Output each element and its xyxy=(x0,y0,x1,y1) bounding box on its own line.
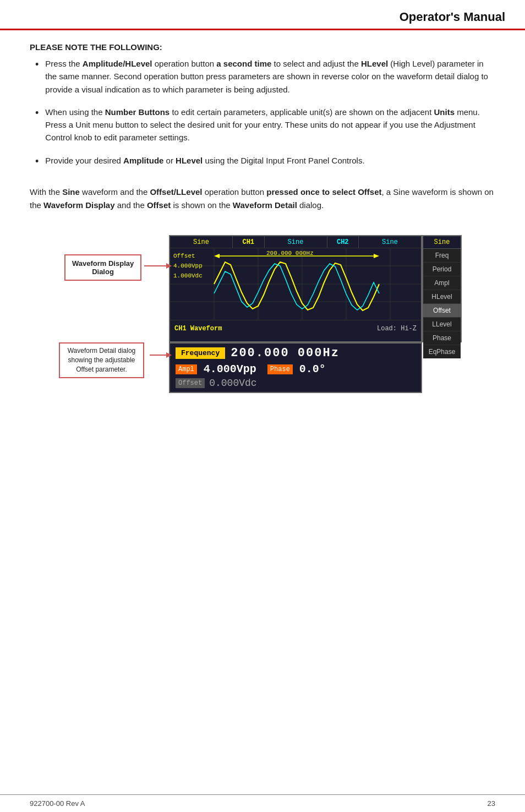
osc-bottom-bar: CH1 Waveform Load: Hi-Z xyxy=(170,320,421,336)
page-footer: 922700-00 Rev A 23 xyxy=(0,794,525,812)
bullet3-text: Provide your desired Amplitude or HLevel… xyxy=(45,154,495,167)
right-panel-header: Sine xyxy=(423,236,461,249)
footer-left: 922700-00 Rev A xyxy=(30,799,85,808)
osc-offset-overlay: Offset 4.000Vpp 1.000Vdc xyxy=(173,252,203,281)
list-item: When using the Number Buttons to edit ce… xyxy=(35,106,495,144)
osc-screen: Sine CH1 Sine CH2 Sine xyxy=(169,235,422,342)
ch2-label: CH2 xyxy=(327,236,359,248)
offset-label: Offset xyxy=(173,252,203,261)
svg-marker-13 xyxy=(214,254,220,258)
ch1-label: CH1 xyxy=(233,236,264,248)
rp-offset: Offset xyxy=(423,304,461,318)
osc-grid-svg: 200.000 000Hz xyxy=(170,248,421,320)
page-title: Operator's Manual xyxy=(400,10,505,24)
offset-label-detail: Offset xyxy=(176,378,205,388)
bullet1-text: Press the Amplitude/HLevel operation but… xyxy=(45,57,495,96)
rp-ampl: Ampl xyxy=(423,276,461,290)
rp-period: Period xyxy=(423,263,461,276)
freq-value-display: 200.000 000Hz xyxy=(231,346,340,360)
page-header: Operator's Manual xyxy=(0,0,525,30)
bullet2-text: When using the Number Buttons to edit ce… xyxy=(45,106,495,144)
phase-label: Phase xyxy=(267,364,293,374)
rp-hlevel: HLevel xyxy=(423,290,461,304)
diagram-container: Waveform DisplayDialog Waveform Detail d… xyxy=(30,224,495,395)
annot-box-bottom: Waveform Detail dialogshowing the adjust… xyxy=(59,342,144,378)
ch2-sine-label: Sine xyxy=(265,236,327,248)
footer-right: 23 xyxy=(488,799,495,808)
offset-value2: 1.000Vdc xyxy=(173,271,203,281)
bullet-list: Press the Amplitude/HLevel operation but… xyxy=(35,57,495,169)
list-item: Provide your desired Amplitude or HLevel… xyxy=(35,154,495,170)
waveform-detail-dialog: Frequency 200.000 000Hz Ampl 4.000Vpp Ph… xyxy=(169,342,422,393)
right-panel: Sine Freq Period Ampl HLevel Offset LLev… xyxy=(422,235,462,342)
list-item: Press the Amplitude/HLevel operation but… xyxy=(35,57,495,96)
waveform-display-dialog-label: Waveform DisplayDialog xyxy=(64,254,144,281)
rp-llevel: LLevel xyxy=(423,318,461,331)
load-label: Load: Hi-Z xyxy=(377,325,417,333)
ampl-value: 4.000Vpp xyxy=(204,363,256,375)
main-content: PLEASE NOTE THE FOLLOWING: Press the Amp… xyxy=(0,30,525,422)
offset-value1: 4.000Vpp xyxy=(173,261,203,271)
svg-text:200.000 000Hz: 200.000 000Hz xyxy=(266,250,314,257)
rp-freq: Freq xyxy=(423,249,461,263)
freq-btn[interactable]: Frequency xyxy=(176,347,225,359)
phase-value: 0.0° xyxy=(299,363,326,375)
ch1-sine-label: Sine xyxy=(170,236,232,248)
ch1-waveform-label: CH1 Waveform xyxy=(174,325,222,333)
rp-phase: Phase xyxy=(423,331,461,345)
waveform-detail-dialog-label: Waveform Detail dialogshowing the adjust… xyxy=(59,342,150,378)
rp-eqphase: EqPhase xyxy=(423,345,461,358)
offset-value-detail: 0.000Vdc xyxy=(209,378,256,389)
note-heading: PLEASE NOTE THE FOLLOWING: xyxy=(30,42,495,52)
annot-box-top: Waveform DisplayDialog xyxy=(64,254,141,281)
right-sine-label: Sine xyxy=(359,236,421,248)
ampl-label: Ampl xyxy=(176,364,197,374)
intro-paragraph: With the Sine waveform and the Offset/LL… xyxy=(30,186,495,212)
svg-marker-14 xyxy=(374,254,379,258)
